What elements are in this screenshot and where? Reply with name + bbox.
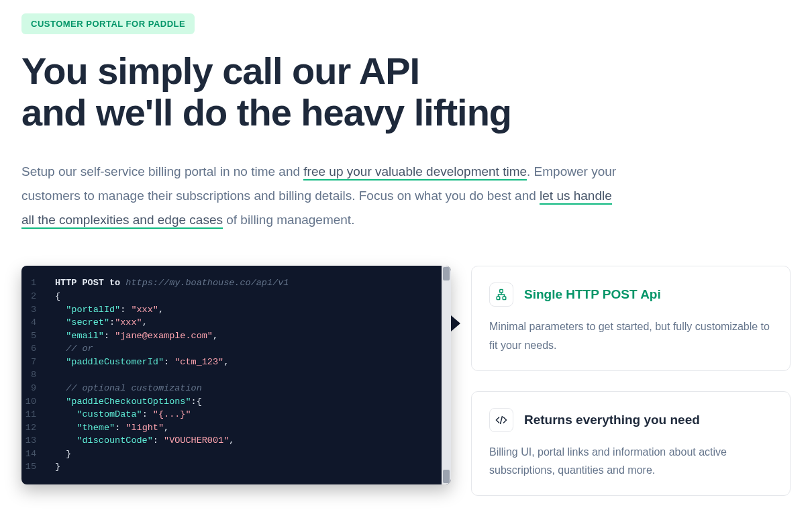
line-number: 13 bbox=[21, 434, 55, 448]
line-number: 7 bbox=[21, 356, 55, 369]
line-content: "discountCode": "VOUCHER001", bbox=[55, 434, 234, 448]
line-number: 12 bbox=[21, 421, 55, 435]
line-number: 9 bbox=[21, 382, 55, 395]
feature-card-api: Single HTTP POST Api Minimal parameters … bbox=[471, 266, 791, 370]
code-example: 1HTTP POST to https://my.boathouse.co/ap… bbox=[21, 266, 451, 484]
line-number: 2 bbox=[21, 290, 55, 303]
line-number: 1 bbox=[21, 276, 55, 290]
line-content: // optional customization bbox=[55, 382, 202, 395]
card-body: Minimal parameters to get started, but f… bbox=[489, 317, 772, 354]
line-number: 5 bbox=[21, 329, 55, 343]
line-number: 11 bbox=[21, 408, 55, 421]
code-line: 3 "portalId": "xxx", bbox=[21, 303, 451, 317]
lead-paragraph: Setup our self-service billing portal in… bbox=[21, 160, 625, 232]
code-line: 2{ bbox=[21, 290, 451, 303]
svg-rect-0 bbox=[500, 290, 503, 293]
code-line: 12 "theme": "light", bbox=[21, 421, 451, 435]
code-line: 13 "discountCode": "VOUCHER001", bbox=[21, 434, 451, 448]
code-line: 11 "customData": "{...}" bbox=[21, 408, 451, 421]
svg-line-3 bbox=[501, 416, 503, 424]
code-line: 1HTTP POST to https://my.boathouse.co/ap… bbox=[21, 276, 451, 290]
code-line: 4 "secret":"xxx", bbox=[21, 316, 451, 329]
line-content: { bbox=[55, 290, 60, 303]
feature-card-returns: Returns everything you need Billing UI, … bbox=[471, 391, 791, 496]
svg-rect-2 bbox=[503, 297, 506, 300]
line-number: 10 bbox=[21, 395, 55, 409]
code-line: 15} bbox=[21, 460, 451, 474]
line-content: "secret":"xxx", bbox=[55, 316, 148, 329]
lead-underline-1: free up your valuable development time bbox=[303, 164, 527, 180]
line-number: 15 bbox=[21, 460, 55, 474]
line-number: 8 bbox=[21, 368, 55, 382]
line-number: 4 bbox=[21, 316, 55, 329]
line-number: 6 bbox=[21, 342, 55, 356]
line-content: "theme": "light", bbox=[55, 421, 169, 435]
line-content bbox=[55, 368, 60, 382]
card-title: Returns everything you need bbox=[524, 413, 700, 427]
line-content: "email": "jane@example.com", bbox=[55, 329, 218, 343]
line-number: 3 bbox=[21, 303, 55, 317]
line-content: "paddleCustomerId": "ctm_123", bbox=[55, 356, 229, 369]
code-block: 1HTTP POST to https://my.boathouse.co/ap… bbox=[21, 266, 451, 484]
code-slash-icon bbox=[489, 408, 513, 432]
heading-line-1: You simply call our API bbox=[21, 50, 419, 92]
line-content: } bbox=[55, 448, 71, 461]
svg-rect-1 bbox=[497, 297, 500, 300]
line-content: // or bbox=[55, 342, 93, 356]
page-title: You simply call our API and we'll do the… bbox=[21, 50, 791, 133]
heading-line-2: and we'll do the heavy lifting bbox=[21, 91, 511, 134]
hierarchy-icon bbox=[489, 282, 513, 307]
code-line: 5 "email": "jane@example.com", bbox=[21, 329, 451, 343]
code-scrollbar[interactable] bbox=[442, 266, 451, 484]
code-line: 8 bbox=[21, 368, 451, 382]
line-number: 14 bbox=[21, 448, 55, 461]
code-line: 14 } bbox=[21, 448, 451, 461]
code-line: 6 // or bbox=[21, 342, 451, 356]
line-content: "portalId": "xxx", bbox=[55, 303, 164, 317]
line-content: "customData": "{...}" bbox=[55, 408, 191, 421]
card-title: Single HTTP POST Api bbox=[524, 287, 661, 302]
code-line: 7 "paddleCustomerId": "ctm_123", bbox=[21, 356, 451, 369]
line-content: "paddleCheckoutOptions":{ bbox=[55, 395, 202, 409]
product-badge: CUSTOMER PORTAL FOR PADDLE bbox=[21, 13, 195, 34]
code-line: 9 // optional customization bbox=[21, 382, 451, 395]
scrollbar-thumb-bottom[interactable] bbox=[443, 470, 450, 483]
lead-text-1: Setup our self-service billing portal in… bbox=[21, 164, 303, 178]
lead-text-3: of billing management. bbox=[223, 213, 354, 227]
feature-cards: Single HTTP POST Api Minimal parameters … bbox=[471, 266, 791, 496]
pointer-triangle-icon bbox=[451, 315, 460, 331]
line-content: HTTP POST to https://my.boathouse.co/api… bbox=[55, 276, 289, 290]
scrollbar-thumb-top[interactable] bbox=[443, 267, 450, 280]
code-line: 10 "paddleCheckoutOptions":{ bbox=[21, 395, 451, 409]
line-content: } bbox=[55, 460, 60, 474]
card-body: Billing UI, portal links and information… bbox=[489, 443, 772, 479]
